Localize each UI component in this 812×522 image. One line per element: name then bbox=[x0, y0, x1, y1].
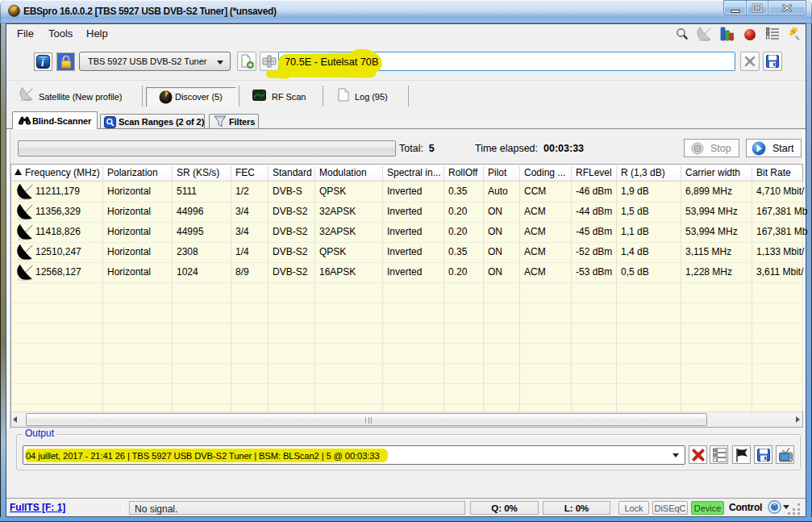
svg-text:i: i bbox=[41, 57, 44, 69]
